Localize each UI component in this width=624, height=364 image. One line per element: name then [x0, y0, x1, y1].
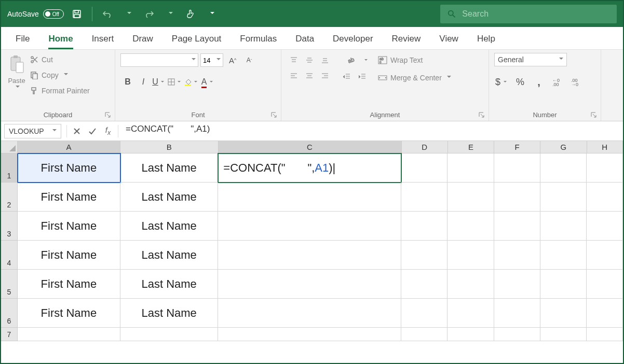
cell-H5[interactable]: [587, 270, 623, 299]
cell-F3[interactable]: [494, 212, 540, 241]
cell-E2[interactable]: [447, 183, 494, 212]
cell-A4[interactable]: First Name: [18, 241, 120, 270]
cell-H6[interactable]: [587, 299, 623, 328]
tab-view[interactable]: View: [430, 29, 468, 49]
clipboard-launcher-icon[interactable]: [104, 111, 112, 119]
autosave-toggle[interactable]: AutoSave Off: [7, 9, 64, 19]
cell-C6[interactable]: [218, 299, 401, 328]
format-painter-button[interactable]: Format Painter: [30, 84, 90, 97]
comma-format-button[interactable]: ,: [532, 75, 546, 89]
row-header-1[interactable]: 1: [1, 153, 18, 183]
merge-center-button[interactable]: Merge & Center: [378, 71, 451, 85]
save-icon[interactable]: [69, 6, 85, 22]
tab-data[interactable]: Data: [286, 29, 323, 49]
cell-D7[interactable]: [401, 328, 447, 341]
cell-C5[interactable]: [218, 270, 401, 299]
copy-button[interactable]: Copy: [30, 68, 90, 82]
cell-G1[interactable]: [540, 153, 587, 183]
cell-B2[interactable]: Last Name: [120, 183, 218, 212]
cell-A2[interactable]: First Name: [18, 183, 120, 212]
tab-home[interactable]: Home: [39, 29, 82, 49]
decrease-decimal-icon[interactable]: .00→0: [569, 75, 584, 89]
name-box[interactable]: VLOOKUP: [4, 124, 61, 138]
cell-B5[interactable]: Last Name: [120, 270, 218, 299]
redo-icon[interactable]: [141, 6, 157, 22]
cell-G7[interactable]: [540, 328, 587, 341]
cell-B1[interactable]: Last Name: [120, 153, 218, 183]
cell-B3[interactable]: Last Name: [120, 212, 218, 241]
tab-file[interactable]: File: [6, 29, 39, 49]
cell-E1[interactable]: [447, 153, 494, 183]
cell-H3[interactable]: [587, 212, 623, 241]
touch-mode-icon[interactable]: [183, 6, 198, 22]
cell-E3[interactable]: [447, 212, 494, 241]
cell-H2[interactable]: [587, 183, 623, 212]
number-format-select[interactable]: General: [494, 53, 567, 66]
cell-D4[interactable]: [401, 241, 447, 270]
cell-A6[interactable]: First Name: [18, 299, 120, 328]
increase-indent-icon[interactable]: [355, 69, 370, 84]
tab-page-layout[interactable]: Page Layout: [162, 29, 230, 49]
orientation-button[interactable]: ab: [340, 53, 370, 67]
cell-D3[interactable]: [401, 212, 447, 241]
font-color-button[interactable]: A: [200, 75, 215, 89]
bold-button[interactable]: B: [120, 75, 135, 89]
cell-E4[interactable]: [447, 241, 494, 270]
row-header-6[interactable]: 6: [1, 299, 18, 328]
cell-H1[interactable]: [587, 153, 623, 183]
cell-B4[interactable]: Last Name: [120, 241, 218, 270]
increase-decimal-icon[interactable]: ←0.00: [550, 75, 565, 89]
cell-A1[interactable]: First Name: [18, 153, 120, 183]
tab-review[interactable]: Review: [383, 29, 430, 49]
toggle-switch[interactable]: Off: [43, 9, 64, 19]
alignment-launcher-icon[interactable]: [478, 111, 485, 119]
underline-button[interactable]: U: [152, 75, 166, 89]
font-name-select[interactable]: [120, 53, 198, 67]
decrease-font-icon[interactable]: Aˇ: [242, 53, 256, 67]
cell-C2[interactable]: [218, 183, 401, 212]
col-header-G[interactable]: G: [540, 141, 587, 153]
col-header-F[interactable]: F: [494, 141, 540, 153]
col-header-D[interactable]: D: [402, 141, 448, 153]
cell-F6[interactable]: [494, 299, 540, 328]
align-center-icon[interactable]: [302, 68, 317, 83]
col-header-C[interactable]: C: [219, 141, 402, 153]
redo-dropdown-icon[interactable]: [162, 6, 178, 22]
search-box[interactable]: [440, 5, 617, 23]
fx-icon[interactable]: fx: [100, 124, 116, 138]
select-all-corner[interactable]: [1, 141, 18, 153]
fill-color-button[interactable]: [184, 75, 199, 89]
cell-D5[interactable]: [401, 270, 447, 299]
wrap-text-button[interactable]: abc Wrap Text: [378, 53, 451, 67]
paste-dropdown-icon[interactable]: [16, 86, 20, 90]
enter-formula-icon[interactable]: [85, 124, 100, 138]
cell-E6[interactable]: [447, 299, 494, 328]
cell-F7[interactable]: [494, 328, 540, 341]
cell-B7[interactable]: [120, 328, 218, 341]
percent-format-button[interactable]: %: [513, 75, 527, 89]
paste-icon[interactable]: [6, 53, 27, 76]
cell-G5[interactable]: [540, 270, 587, 299]
align-left-icon[interactable]: [287, 68, 301, 83]
cell-A5[interactable]: First Name: [18, 270, 120, 299]
cell-G4[interactable]: [540, 241, 587, 270]
align-right-icon[interactable]: [318, 68, 332, 83]
cell-D2[interactable]: [401, 183, 447, 212]
borders-button[interactable]: [167, 75, 183, 89]
row-header-7[interactable]: 7: [1, 328, 18, 341]
cell-C1[interactable]: =CONCAT(" ",A1)|: [218, 153, 401, 183]
cell-G2[interactable]: [540, 183, 587, 212]
cell-G3[interactable]: [540, 212, 587, 241]
row-header-4[interactable]: 4: [1, 241, 18, 270]
cell-B6[interactable]: Last Name: [120, 299, 218, 328]
cell-H7[interactable]: [587, 328, 623, 341]
tab-developer[interactable]: Developer: [323, 29, 383, 49]
tab-formulas[interactable]: Formulas: [230, 29, 286, 49]
row-header-5[interactable]: 5: [1, 270, 18, 299]
cell-C7[interactable]: [218, 328, 401, 341]
italic-button[interactable]: I: [136, 75, 151, 89]
font-launcher-icon[interactable]: [270, 111, 278, 119]
cancel-formula-icon[interactable]: [69, 124, 85, 138]
cell-F2[interactable]: [494, 183, 540, 212]
touch-dropdown-icon[interactable]: [204, 6, 219, 22]
